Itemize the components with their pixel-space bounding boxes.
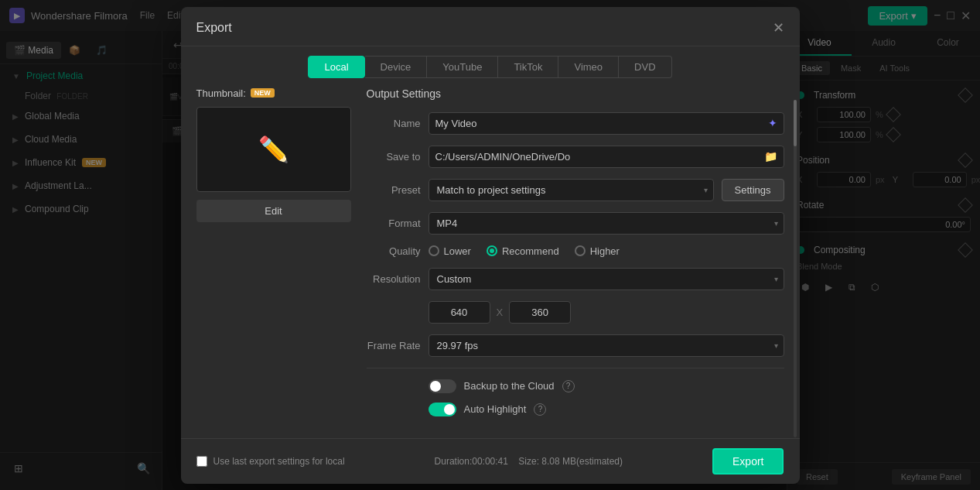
name-label: Name [367, 118, 421, 129]
quality-higher[interactable]: Higher [575, 245, 620, 257]
settings-divider [367, 368, 784, 368]
modal-footer: Use last export settings for local Durat… [181, 438, 800, 484]
resolution-label: Resolution [367, 273, 421, 285]
modal-body: Thumbnail: NEW ✏️ Edit Output Settings N… [181, 87, 800, 438]
modal-title: Export [196, 21, 232, 35]
preset-label: Preset [367, 184, 421, 196]
tab-vimeo[interactable]: Vimeo [558, 56, 619, 78]
export-button[interactable]: Export [712, 448, 784, 475]
auto-highlight-toggle[interactable] [429, 403, 456, 416]
backup-cloud-row: Backup to the Cloud ? [367, 379, 784, 393]
edit-thumbnail-button[interactable]: Edit [196, 200, 351, 222]
footer-left: Use last export settings for local [196, 456, 345, 467]
export-modal: Export ✕ Local Device YouTube TikTok Vim… [181, 7, 800, 484]
modal-overlay: Export ✕ Local Device YouTube TikTok Vim… [0, 0, 980, 490]
save-to-input[interactable] [435, 146, 764, 167]
name-row: Name ✦ [367, 112, 784, 135]
thumbnail-label: Thumbnail: NEW [196, 87, 351, 99]
footer-info: Duration:00:00:41 Size: 8.08 MB(estimate… [435, 456, 623, 467]
modal-scrollbar[interactable] [794, 100, 797, 437]
auto-highlight-help-icon[interactable]: ? [534, 403, 546, 416]
frame-rate-select-wrapper: 29.97 fps 24 fps 30 fps 60 fps ▾ [429, 334, 784, 357]
radio-lower [429, 245, 439, 256]
preset-select[interactable]: Match to project settings Custom [429, 179, 714, 201]
preset-select-wrapper: Match to project settings Custom ▾ [429, 179, 714, 201]
thumbnail-section: Thumbnail: NEW ✏️ Edit [196, 87, 351, 426]
modal-header: Export ✕ [181, 7, 800, 46]
format-select[interactable]: MP4 MOV AVI [429, 212, 784, 235]
tab-device[interactable]: Device [365, 56, 428, 78]
thumbnail-new-badge: NEW [251, 88, 275, 98]
ai-icon[interactable]: ✦ [768, 117, 777, 129]
duration-info: Duration:00:00:41 [435, 456, 508, 467]
tab-local[interactable]: Local [308, 56, 364, 78]
preset-row: Preset Match to project settings Custom … [367, 179, 784, 201]
folder-browse-icon[interactable]: 📁 [764, 150, 777, 163]
backup-cloud-label: Backup to the Cloud [464, 380, 555, 392]
x-divider: X [497, 307, 504, 318]
modal-close-button[interactable]: ✕ [773, 19, 784, 36]
name-input-wrapper: ✦ [429, 112, 784, 135]
resolution-inputs: X [429, 301, 784, 324]
tab-dvd[interactable]: DVD [619, 56, 671, 78]
last-settings-label: Use last export settings for local [213, 456, 345, 467]
format-select-wrapper: MP4 MOV AVI ▾ [429, 212, 784, 235]
radio-recommend [487, 245, 497, 256]
save-to-wrapper: 📁 [429, 146, 784, 168]
resolution-row: Resolution Custom 1920x1080 1280x720 640… [367, 268, 784, 290]
thumbnail-placeholder-icon: ✏️ [258, 135, 289, 164]
tab-tiktok[interactable]: TikTok [498, 56, 558, 78]
height-input[interactable] [509, 301, 571, 324]
modal-tabs: Local Device YouTube TikTok Vimeo DVD [181, 46, 800, 87]
quality-row: Quality Lower Recommend Higher [367, 245, 784, 257]
modal-scrollbar-thumb[interactable] [794, 100, 797, 146]
quality-label: Quality [367, 245, 421, 257]
width-input[interactable] [429, 301, 490, 324]
save-to-row: Save to 📁 [367, 146, 784, 168]
quality-options: Lower Recommend Higher [429, 245, 784, 257]
tab-youtube[interactable]: YouTube [427, 56, 498, 78]
resolution-select[interactable]: Custom 1920x1080 1280x720 640x360 [429, 268, 784, 290]
thumbnail-preview: ✏️ [196, 107, 351, 192]
settings-button[interactable]: Settings [722, 179, 784, 201]
radio-higher [575, 245, 586, 256]
frame-rate-label: Frame Rate [367, 340, 421, 351]
size-info: Size: 8.08 MB(estimated) [518, 456, 623, 467]
frame-rate-select[interactable]: 29.97 fps 24 fps 30 fps 60 fps [429, 334, 784, 357]
resolution-inputs-row: X [367, 301, 784, 324]
save-to-label: Save to [367, 151, 421, 163]
format-label: Format [367, 218, 421, 229]
resolution-select-wrapper: Custom 1920x1080 1280x720 640x360 ▾ [429, 268, 784, 290]
backup-help-icon[interactable]: ? [562, 380, 575, 392]
output-settings: Output Settings Name ✦ Save to 📁 [367, 87, 784, 426]
auto-highlight-label: Auto Highlight [464, 403, 527, 415]
format-row: Format MP4 MOV AVI ▾ [367, 212, 784, 235]
frame-rate-row: Frame Rate 29.97 fps 24 fps 30 fps 60 fp… [367, 334, 784, 357]
quality-lower[interactable]: Lower [429, 245, 471, 257]
quality-recommend[interactable]: Recommend [487, 245, 559, 257]
backup-cloud-toggle[interactable] [429, 379, 456, 393]
auto-highlight-row: Auto Highlight ? [367, 403, 784, 416]
last-settings-checkbox[interactable] [196, 456, 207, 467]
output-settings-title: Output Settings [367, 87, 784, 100]
name-input[interactable] [435, 113, 768, 134]
